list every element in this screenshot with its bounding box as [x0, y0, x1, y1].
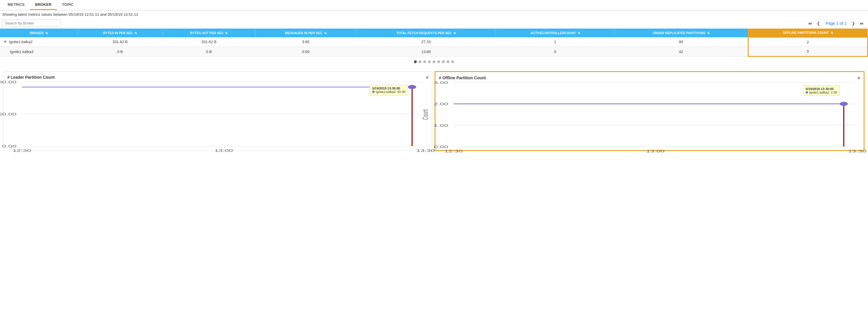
cell-total_fetch: 13.89: [356, 47, 496, 57]
svg-text:50.00: 50.00: [0, 112, 17, 116]
col-total-fetch[interactable]: TOTAL FETCH REQUESTS PER SEC ⇅: [356, 29, 496, 37]
page-info: Page 1 of 1: [823, 21, 849, 26]
cell-bytes_in: 0 B: [78, 47, 162, 57]
chart-leader-partition: # Leader Partition Count≡100.0050.000.00…: [3, 71, 432, 151]
cell-active_controller: 1: [496, 37, 615, 47]
col-bytes-in[interactable]: BYTES IN PER SEC ⇅: [78, 29, 162, 37]
col-offline-partitions[interactable]: OFFLINE PARTITIONS COUNT ⇅: [748, 29, 867, 37]
svg-text:2.00: 2.00: [434, 102, 448, 106]
svg-text:1.00: 1.00: [434, 123, 448, 128]
cell-messages_in: 3.85: [255, 37, 356, 47]
svg-point-11: [408, 85, 416, 89]
pagination-dot[interactable]: [442, 60, 445, 63]
tab-topic[interactable]: TOPIC: [57, 0, 79, 10]
pagination-dot[interactable]: [437, 60, 440, 63]
table-header-row: BROKER ⇅ BYTES IN PER SEC ⇅ BYTES OUT PE…: [0, 29, 868, 37]
prev-page-button[interactable]: ❮: [815, 21, 822, 26]
cell-active_controller: 0: [496, 47, 615, 57]
cell-bytes_out: 0 B: [162, 47, 255, 57]
col-active-controller[interactable]: ACTIVECONTROLLERCOUNT ⇅: [496, 29, 615, 37]
pagination-dot[interactable]: [428, 60, 431, 63]
broker-table-container: BROKER ⇅ BYTES IN PER SEC ⇅ BYTES OUT PE…: [0, 29, 868, 57]
tab-broker[interactable]: BROKER: [30, 0, 57, 10]
svg-text:13:00: 13:00: [214, 148, 233, 153]
table-row: Ignite1.kafka30 B0 B0.0013.890420: [0, 47, 868, 57]
svg-text:Count: Count: [422, 109, 430, 120]
broker-table: BROKER ⇅ BYTES IN PER SEC ⇅ BYTES OUT PE…: [0, 29, 868, 57]
first-page-button[interactable]: ⏮: [806, 21, 814, 26]
svg-text:3.00: 3.00: [434, 81, 448, 85]
charts-section: # Leader Partition Count≡100.0050.000.00…: [0, 67, 868, 155]
svg-text:13:30: 13:30: [848, 149, 867, 153]
col-under-replicated[interactable]: UNDER REPLICATED PARTITIONS ⇅: [614, 29, 748, 37]
chart-offline-partition: # Offline Partition Count≡3.002.001.000.…: [435, 71, 865, 151]
cell-offline_partitions: 0: [748, 47, 867, 57]
chart-title: # Leader Partition Count: [7, 75, 429, 80]
svg-text:12:30: 12:30: [444, 149, 463, 153]
tabs-bar: METRICS BROKER TOPIC: [0, 0, 868, 10]
cell-bytes_in: 331.62 B: [78, 37, 162, 47]
col-broker[interactable]: BROKER ⇅: [0, 29, 78, 37]
pagination-dot[interactable]: [451, 60, 454, 63]
broker-name: Ignite1.kafka3: [10, 50, 33, 54]
table-row: 👁Ignite1.kafka2331.62 B331.62 B3.8527.33…: [0, 37, 868, 47]
pagination-dot[interactable]: [423, 60, 426, 63]
svg-text:0.00: 0.00: [2, 144, 16, 148]
pagination-dot[interactable]: [446, 60, 450, 63]
cell-total_fetch: 27.33: [356, 37, 496, 47]
chart-menu-icon[interactable]: ≡: [426, 75, 429, 80]
cell-under_replicated: 42: [614, 47, 748, 57]
cell-under_replicated: 89: [614, 37, 748, 47]
last-page-button[interactable]: ⏭: [858, 21, 866, 26]
pagination-dot[interactable]: [418, 60, 422, 63]
chart-title: # Offline Partition Count: [439, 76, 860, 80]
cell-bytes_out: 331.62 B: [162, 37, 255, 47]
broker-name: Ignite1.kafka2: [9, 40, 33, 44]
subtitle: Showing latest metrics values between 05…: [0, 10, 868, 18]
col-bytes-out[interactable]: BYTES OUT PER SEC ⇅: [162, 29, 255, 37]
svg-point-26: [840, 102, 848, 106]
search-input[interactable]: [2, 20, 61, 27]
pagination-dot[interactable]: [414, 60, 417, 63]
cell-offline_partitions: 2: [748, 37, 867, 47]
pagination-dot[interactable]: [433, 60, 435, 63]
svg-text:0.00: 0.00: [434, 145, 448, 149]
svg-text:13:30: 13:30: [416, 148, 435, 153]
tab-metrics[interactable]: METRICS: [2, 0, 30, 10]
col-messages-in[interactable]: MESSAGES IN PER SEC ⇅: [255, 29, 356, 37]
cell-messages_in: 0.00: [255, 47, 356, 57]
pagination-dots: [0, 57, 868, 67]
next-page-button[interactable]: ❯: [850, 21, 857, 26]
svg-text:100.00: 100.00: [0, 80, 17, 84]
eye-icon[interactable]: 👁: [3, 40, 7, 44]
svg-text:12:30: 12:30: [12, 148, 31, 153]
chart-menu-icon[interactable]: ≡: [858, 76, 860, 81]
svg-text:13:00: 13:00: [646, 149, 665, 153]
